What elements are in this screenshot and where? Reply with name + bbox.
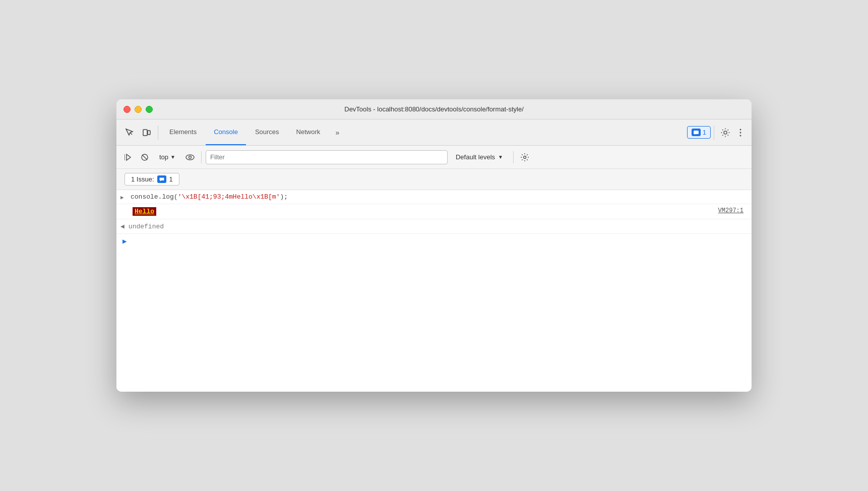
log-level-label: Default levels <box>456 153 495 161</box>
dropdown-arrow-icon: ▼ <box>170 154 175 160</box>
console-input-row: ▶ <box>116 234 752 249</box>
device-icon <box>142 128 151 137</box>
block-button[interactable] <box>138 150 152 164</box>
maximize-button[interactable] <box>146 106 153 113</box>
title-bar: DevTools - localhost:8080/docs/devtools/… <box>116 99 752 119</box>
log-level-arrow-icon: ▼ <box>498 154 503 160</box>
console-settings-button[interactable] <box>518 150 532 164</box>
svg-point-6 <box>740 135 741 136</box>
hello-output: Hello <box>133 207 156 216</box>
tab-elements[interactable]: Elements <box>161 119 205 145</box>
filter-input[interactable] <box>206 150 448 164</box>
block-icon <box>141 153 149 161</box>
svg-line-10 <box>142 155 147 160</box>
chat-icon <box>693 130 699 135</box>
issues-bar: 1 Issue: 1 <box>116 169 752 190</box>
console-log-row: ▶ console.log('\x1B[41;93;4mHello\x1B[m'… <box>116 190 752 204</box>
kebab-menu-button[interactable] <box>734 125 747 141</box>
console-return-row: ◀ undefined <box>116 219 752 234</box>
svg-point-4 <box>740 129 741 130</box>
console-divider-2 <box>513 151 514 163</box>
device-toggle-button[interactable] <box>139 125 155 141</box>
svg-point-11 <box>186 155 194 160</box>
more-tabs-button[interactable]: » <box>329 125 345 141</box>
devtools-window: DevTools - localhost:8080/docs/devtools/… <box>116 99 752 392</box>
issues-icon <box>692 129 701 136</box>
issues-label: 1 Issue: <box>131 175 154 183</box>
main-toolbar: Elements Console Sources Network » 1 <box>116 119 752 146</box>
context-label: top <box>159 153 168 161</box>
toolbar-divider-1 <box>158 126 158 140</box>
inspect-element-button[interactable] <box>121 125 138 141</box>
clear-console-button[interactable] <box>121 150 136 164</box>
console-output-row: Hello VM297:1 <box>116 204 752 219</box>
svg-rect-0 <box>143 130 147 136</box>
kebab-icon <box>739 128 741 137</box>
eye-button[interactable] <box>183 150 197 164</box>
return-arrow-icon: ◀ <box>120 222 125 230</box>
svg-rect-2 <box>694 131 699 134</box>
svg-point-5 <box>740 132 741 133</box>
output-content: Hello <box>133 207 746 216</box>
tab-console[interactable]: Console <box>206 119 246 145</box>
vm-link[interactable]: VM297:1 <box>718 207 743 214</box>
log-code: console.log('\x1B[41;93;4mHello\x1B[m'); <box>131 193 288 201</box>
issues-badge[interactable]: 1 <box>687 126 711 139</box>
log-content: console.log('\x1B[41;93;4mHello\x1B[m'); <box>131 193 746 201</box>
eye-icon <box>185 154 195 160</box>
minimize-button[interactable] <box>135 106 142 113</box>
console-divider-1 <box>201 151 202 163</box>
console-output: ▶ console.log('\x1B[41;93;4mHello\x1B[m'… <box>116 190 752 392</box>
tab-sources[interactable]: Sources <box>247 119 287 145</box>
svg-rect-1 <box>148 131 150 135</box>
issues-count: 1 <box>703 129 706 136</box>
traffic-lights <box>123 106 153 113</box>
console-prompt-icon: ▶ <box>122 237 127 245</box>
log-level-selector[interactable]: Default levels ▼ <box>450 151 509 163</box>
context-selector[interactable]: top ▼ <box>154 151 181 163</box>
svg-point-12 <box>189 156 191 158</box>
issues-pill-icon <box>157 175 166 183</box>
console-toolbar: top ▼ Default levels ▼ <box>116 146 752 169</box>
gear-icon <box>720 128 730 138</box>
window-title: DevTools - localhost:8080/docs/devtools/… <box>344 105 524 113</box>
svg-marker-7 <box>127 154 131 160</box>
svg-rect-14 <box>159 177 164 180</box>
console-gear-icon <box>520 153 529 162</box>
undefined-value: undefined <box>129 223 164 230</box>
svg-point-13 <box>523 156 526 158</box>
expand-button[interactable]: ▶ <box>120 193 129 201</box>
toolbar-divider-2 <box>714 126 714 140</box>
svg-point-3 <box>724 131 727 134</box>
play-icon <box>125 153 133 161</box>
settings-button[interactable] <box>717 125 733 141</box>
tab-network[interactable]: Network <box>288 119 329 145</box>
inspect-icon <box>125 128 134 137</box>
chat-bubble-icon <box>159 177 164 181</box>
issues-pill[interactable]: 1 Issue: 1 <box>125 173 179 186</box>
issues-pill-count: 1 <box>169 175 173 183</box>
close-button[interactable] <box>123 106 131 113</box>
